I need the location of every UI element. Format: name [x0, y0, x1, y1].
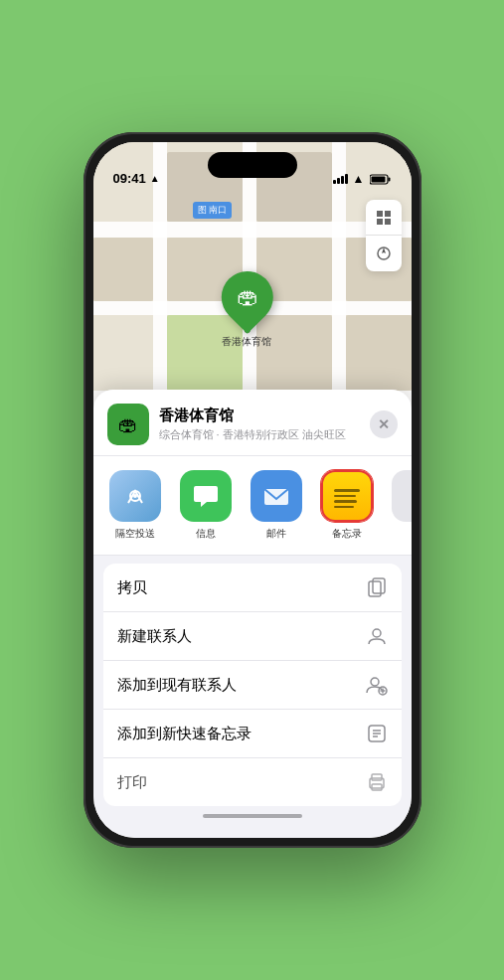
location-button[interactable] — [366, 236, 402, 271]
close-icon: ✕ — [378, 416, 390, 432]
svg-rect-41 — [372, 784, 382, 790]
share-item-more[interactable]: 推 — [386, 470, 412, 541]
action-add-notes[interactable]: 添加到新快速备忘录 — [103, 710, 402, 758]
svg-rect-19 — [377, 211, 383, 217]
home-indicator — [203, 814, 302, 818]
svg-rect-20 — [385, 211, 391, 217]
action-list: 拷贝 新建联系人 添加到现有联系人 — [103, 564, 402, 806]
sheet-header: 🏟 香港体育馆 综合体育馆 · 香港特别行政区 油尖旺区 ✕ — [93, 390, 412, 456]
phone-screen: 09:41 ▲ ▲ — [93, 142, 412, 838]
battery-icon — [370, 174, 392, 185]
notes-line-1 — [334, 489, 360, 492]
more-icon-bg — [392, 470, 412, 522]
location-arrow-icon: ▲ — [150, 173, 160, 184]
action-copy[interactable]: 拷贝 — [103, 564, 402, 612]
add-existing-icon — [366, 674, 388, 696]
svg-rect-16 — [93, 238, 153, 301]
share-item-notes[interactable]: 备忘录 — [315, 470, 380, 541]
share-row: 隔空投送 信息 — [93, 456, 412, 556]
map-layers-button[interactable] — [366, 200, 402, 236]
copy-label: 拷贝 — [117, 578, 147, 597]
add-notes-label: 添加到新快速备忘录 — [117, 725, 252, 743]
close-button[interactable]: ✕ — [370, 410, 398, 438]
status-icons: ▲ — [333, 172, 392, 186]
signal-bar-4 — [345, 174, 348, 184]
time-display: 09:41 — [113, 171, 146, 186]
mail-label: 邮件 — [266, 527, 286, 541]
phone-frame: 09:41 ▲ ▲ — [84, 132, 421, 848]
notes-line-2 — [334, 495, 356, 498]
print-icon — [366, 771, 388, 793]
share-item-mail[interactable]: 邮件 — [245, 470, 309, 541]
share-item-airdrop[interactable]: 隔空投送 — [103, 470, 168, 541]
notes-line-4 — [334, 506, 354, 509]
airdrop-label: 隔空投送 — [115, 527, 155, 541]
airdrop-icon — [120, 481, 150, 511]
messages-icon — [191, 481, 221, 511]
dynamic-island — [208, 152, 297, 178]
location-pin-container: 🏟 香港体育馆 — [221, 271, 272, 349]
svg-point-31 — [371, 678, 379, 686]
mail-icon-bg — [251, 470, 302, 522]
location-pin: 🏟 — [211, 260, 284, 334]
map-controls — [366, 200, 402, 271]
messages-icon-bg — [180, 470, 232, 522]
venue-subtitle: 综合体育馆 · 香港特别行政区 油尖旺区 — [159, 427, 370, 442]
new-contact-label: 新建联系人 — [117, 627, 192, 646]
new-contact-icon — [366, 625, 388, 647]
status-time: 09:41 ▲ — [113, 171, 160, 186]
svg-rect-40 — [372, 774, 382, 780]
svg-rect-1 — [388, 177, 390, 181]
bottom-sheet: 🏟 香港体育馆 综合体育馆 · 香港特别行政区 油尖旺区 ✕ — [93, 390, 412, 838]
action-new-contact[interactable]: 新建联系人 — [103, 612, 402, 661]
share-item-messages[interactable]: 信息 — [174, 470, 239, 541]
signal-bar-1 — [333, 180, 336, 184]
messages-label: 信息 — [196, 527, 216, 541]
signal-bar-3 — [341, 176, 344, 184]
add-notes-icon — [366, 723, 388, 744]
wifi-icon: ▲ — [353, 172, 365, 186]
svg-point-26 — [133, 494, 137, 498]
signal-bars — [333, 174, 348, 184]
notes-icon-bg — [321, 470, 373, 522]
venue-name: 香港体育馆 — [159, 407, 370, 425]
svg-rect-22 — [385, 219, 391, 225]
map-label-text: 南口 — [209, 205, 227, 215]
pin-label: 香港体育馆 — [222, 335, 271, 349]
mail-icon — [261, 481, 291, 511]
copy-icon — [366, 576, 388, 598]
signal-bar-2 — [337, 178, 340, 184]
notes-label: 备忘录 — [332, 527, 362, 541]
venue-icon: 🏟 — [107, 404, 149, 445]
map-label-prefix: 图 — [198, 205, 207, 215]
add-existing-label: 添加到现有联系人 — [117, 676, 237, 695]
venue-info: 香港体育馆 综合体育馆 · 香港特别行政区 油尖旺区 — [159, 407, 370, 442]
venue-pin-icon: 🏟 — [236, 284, 257, 310]
svg-rect-18 — [346, 315, 412, 391]
compass-icon — [376, 245, 392, 261]
notes-line-3 — [334, 500, 357, 503]
layers-icon — [375, 209, 393, 227]
airdrop-icon-bg — [109, 470, 161, 522]
notes-lines — [328, 485, 366, 508]
action-add-existing[interactable]: 添加到现有联系人 — [103, 661, 402, 710]
print-label: 打印 — [117, 773, 147, 792]
action-print[interactable]: 打印 — [103, 758, 402, 806]
svg-rect-21 — [377, 219, 383, 225]
svg-rect-2 — [371, 176, 385, 182]
map-label: 图 南口 — [193, 202, 233, 219]
svg-point-30 — [373, 629, 381, 637]
